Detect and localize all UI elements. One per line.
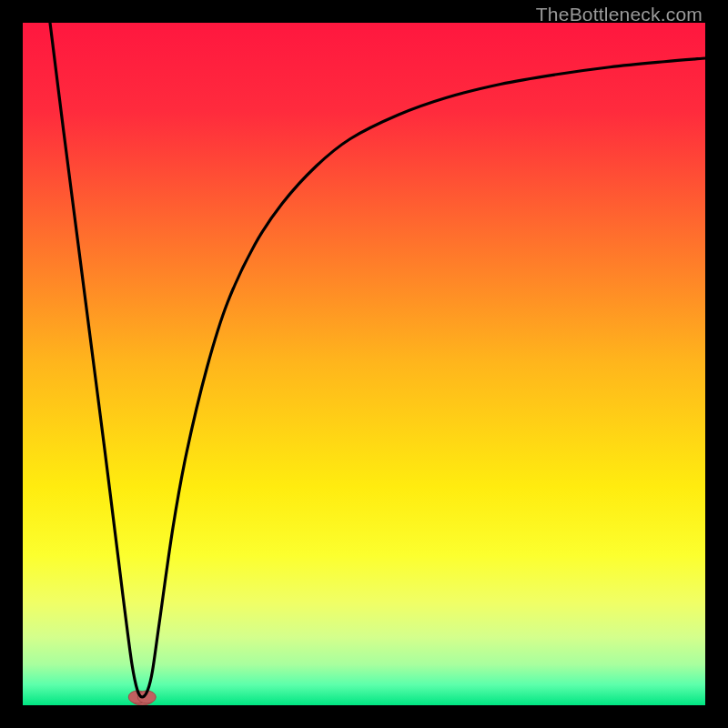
- plot-area: [23, 23, 705, 705]
- watermark-label: TheBottleneck.com: [536, 4, 703, 25]
- chart-frame: TheBottleneck.com: [0, 0, 728, 728]
- chart-svg: [23, 23, 705, 705]
